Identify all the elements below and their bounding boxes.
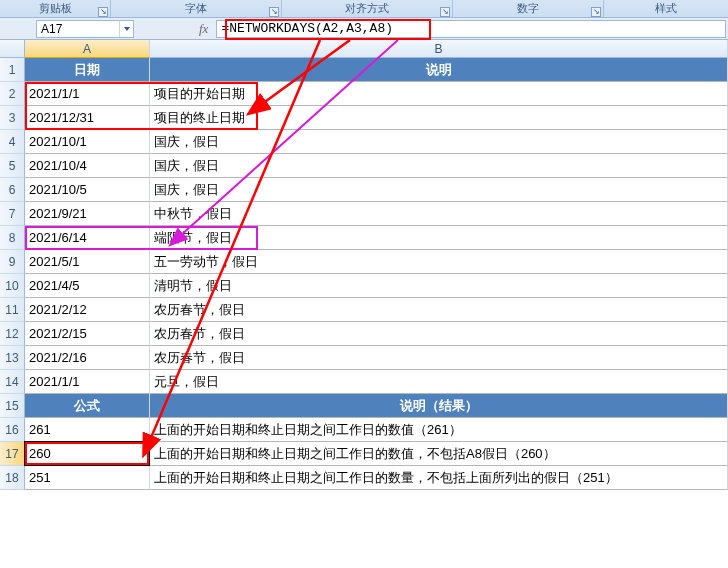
cell-A9[interactable]: 2021/5/1 xyxy=(25,250,150,274)
cell-B14[interactable]: 元旦，假日 xyxy=(150,370,728,394)
row-header[interactable]: 9 xyxy=(0,250,25,274)
row-header[interactable]: 4 xyxy=(0,130,25,154)
cell-B1[interactable]: 说明 xyxy=(150,58,728,82)
ribbon-label-styles: 样式 xyxy=(651,1,681,16)
table-row: 62021/10/5国庆，假日 xyxy=(0,178,728,202)
formula-text: =NETWORKDAYS(A2,A3,A8) xyxy=(221,21,393,36)
table-row: 102021/4/5清明节，假日 xyxy=(0,274,728,298)
cell-A16[interactable]: 261 xyxy=(25,418,150,442)
row-header[interactable]: 1 xyxy=(0,58,25,82)
cell-B15[interactable]: 说明（结果） xyxy=(150,394,728,418)
table-row: 32021/12/31项目的终止日期 xyxy=(0,106,728,130)
table-row: 112021/2/12农历春节，假日 xyxy=(0,298,728,322)
table-row: 18251上面的开始日期和终止日期之间工作日的数量，不包括上面所列出的假日（25… xyxy=(0,466,728,490)
cell-A17[interactable]: 260 xyxy=(25,442,150,466)
ribbon-group-font: 字体 ↘ xyxy=(111,0,281,17)
name-box-value: A17 xyxy=(37,22,119,36)
cell-A14[interactable]: 2021/1/1 xyxy=(25,370,150,394)
ribbon-launcher-icon[interactable]: ↘ xyxy=(269,7,279,17)
row-header[interactable]: 8 xyxy=(0,226,25,250)
cell-A10[interactable]: 2021/4/5 xyxy=(25,274,150,298)
table-row: 82021/6/14端阳节，假日 xyxy=(0,226,728,250)
col-header-B[interactable]: B xyxy=(150,40,728,58)
row-header[interactable]: 12 xyxy=(0,322,25,346)
cell-B9[interactable]: 五一劳动节，假日 xyxy=(150,250,728,274)
row-header[interactable]: 3 xyxy=(0,106,25,130)
cell-A3[interactable]: 2021/12/31 xyxy=(25,106,150,130)
ribbon-label-font: 字体 xyxy=(181,1,211,16)
table-row: 52021/10/4国庆，假日 xyxy=(0,154,728,178)
row-header[interactable]: 10 xyxy=(0,274,25,298)
ribbon-groups: 剪贴板 ↘ 字体 ↘ 对齐方式 ↘ 数字 ↘ 样式 xyxy=(0,0,728,18)
cell-A1[interactable]: 日期 xyxy=(25,58,150,82)
cell-B16[interactable]: 上面的开始日期和终止日期之间工作日的数值（261） xyxy=(150,418,728,442)
ribbon-group-number: 数字 ↘ xyxy=(453,0,603,17)
table-row: 142021/1/1元旦，假日 xyxy=(0,370,728,394)
cell-A18[interactable]: 251 xyxy=(25,466,150,490)
cell-B7[interactable]: 中秋节，假日 xyxy=(150,202,728,226)
cell-B6[interactable]: 国庆，假日 xyxy=(150,178,728,202)
col-header-A[interactable]: A xyxy=(25,40,150,58)
table-row: 122021/2/15农历春节，假日 xyxy=(0,322,728,346)
row-header[interactable]: 13 xyxy=(0,346,25,370)
cell-A6[interactable]: 2021/10/5 xyxy=(25,178,150,202)
cell-A13[interactable]: 2021/2/16 xyxy=(25,346,150,370)
cell-B8[interactable]: 端阳节，假日 xyxy=(150,226,728,250)
chevron-down-icon xyxy=(124,27,130,31)
table-row: 92021/5/1五一劳动节，假日 xyxy=(0,250,728,274)
row-header[interactable]: 6 xyxy=(0,178,25,202)
name-formula-row: A17 fx =NETWORKDAYS(A2,A3,A8) xyxy=(0,18,728,40)
table-row: 16261上面的开始日期和终止日期之间工作日的数值（261） xyxy=(0,418,728,442)
ribbon-launcher-icon[interactable]: ↘ xyxy=(440,7,450,17)
ribbon-group-align: 对齐方式 ↘ xyxy=(282,0,452,17)
ribbon-group-clipboard: 剪贴板 ↘ xyxy=(0,0,110,17)
table-row: 42021/10/1国庆，假日 xyxy=(0,130,728,154)
ribbon-group-styles: 样式 xyxy=(604,0,728,17)
table-row: 22021/1/1项目的开始日期 xyxy=(0,82,728,106)
row-header[interactable]: 14 xyxy=(0,370,25,394)
cell-B11[interactable]: 农历春节，假日 xyxy=(150,298,728,322)
table-row: 72021/9/21中秋节，假日 xyxy=(0,202,728,226)
cell-A8[interactable]: 2021/6/14 xyxy=(25,226,150,250)
cell-B12[interactable]: 农历春节，假日 xyxy=(150,322,728,346)
cell-B5[interactable]: 国庆，假日 xyxy=(150,154,728,178)
table-row: 132021/2/16农历春节，假日 xyxy=(0,346,728,370)
row-header[interactable]: 11 xyxy=(0,298,25,322)
column-headers: A B xyxy=(0,40,728,58)
name-box[interactable]: A17 xyxy=(36,20,134,38)
table-row: 1 日期 说明 xyxy=(0,58,728,82)
cell-A15[interactable]: 公式 xyxy=(25,394,150,418)
cell-B10[interactable]: 清明节，假日 xyxy=(150,274,728,298)
table-row: 15 公式 说明（结果） xyxy=(0,394,728,418)
cell-B13[interactable]: 农历春节，假日 xyxy=(150,346,728,370)
sheet-area: A B 1 日期 说明 22021/1/1项目的开始日期32021/12/31项… xyxy=(0,40,728,490)
cell-B17[interactable]: 上面的开始日期和终止日期之间工作日的数值，不包括A8假日（260） xyxy=(150,442,728,466)
formula-bar[interactable]: =NETWORKDAYS(A2,A3,A8) xyxy=(216,20,726,38)
ribbon-label-align: 对齐方式 xyxy=(341,1,393,16)
cell-B2[interactable]: 项目的开始日期 xyxy=(150,82,728,106)
row-header[interactable]: 16 xyxy=(0,418,25,442)
cell-A2[interactable]: 2021/1/1 xyxy=(25,82,150,106)
row-header[interactable]: 18 xyxy=(0,466,25,490)
row-header[interactable]: 7 xyxy=(0,202,25,226)
cell-A11[interactable]: 2021/2/12 xyxy=(25,298,150,322)
ribbon-launcher-icon[interactable]: ↘ xyxy=(98,7,108,17)
cell-B4[interactable]: 国庆，假日 xyxy=(150,130,728,154)
row-header[interactable]: 5 xyxy=(0,154,25,178)
cell-B18[interactable]: 上面的开始日期和终止日期之间工作日的数量，不包括上面所列出的假日（251） xyxy=(150,466,728,490)
cell-A5[interactable]: 2021/10/4 xyxy=(25,154,150,178)
cell-B3[interactable]: 项目的终止日期 xyxy=(150,106,728,130)
cell-A4[interactable]: 2021/10/1 xyxy=(25,130,150,154)
table-row: 17260上面的开始日期和终止日期之间工作日的数值，不包括A8假日（260） xyxy=(0,442,728,466)
cell-A7[interactable]: 2021/9/21 xyxy=(25,202,150,226)
ribbon-launcher-icon[interactable]: ↘ xyxy=(591,7,601,17)
fx-icon[interactable]: fx xyxy=(195,21,216,37)
row-header[interactable]: 2 xyxy=(0,82,25,106)
ribbon-label-number: 数字 xyxy=(513,1,543,16)
row-header[interactable]: 17 xyxy=(0,442,25,466)
name-box-dropdown[interactable] xyxy=(119,21,133,37)
select-all-corner[interactable] xyxy=(0,40,25,58)
row-header[interactable]: 15 xyxy=(0,394,25,418)
ribbon-label-clipboard: 剪贴板 xyxy=(35,1,76,16)
cell-A12[interactable]: 2021/2/15 xyxy=(25,322,150,346)
